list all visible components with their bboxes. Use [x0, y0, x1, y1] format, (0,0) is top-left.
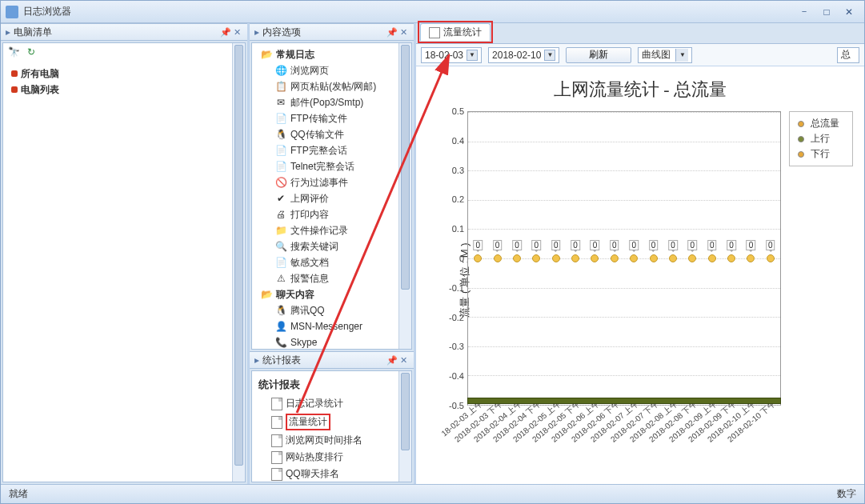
tree-item-all-computers[interactable]: 所有电脑 [8, 66, 240, 82]
titlebar: 日志浏览器 － □ ✕ [1, 1, 864, 23]
legend-swatch-icon [795, 150, 807, 159]
tree-item[interactable]: 📄FTP完整会话 [257, 142, 406, 158]
y-tick: -0.2 [445, 313, 464, 322]
panel-close-icon[interactable]: ✕ [398, 26, 409, 38]
scrollbar[interactable] [232, 43, 245, 482]
stats-item[interactable]: QQ聊天排名 [257, 466, 406, 482]
tree-item[interactable]: 📞Skype [257, 334, 406, 350]
maximize-button[interactable]: □ [816, 6, 837, 18]
tree-item[interactable]: 📄敏感文档 [257, 254, 406, 270]
data-label: 0 [591, 240, 600, 250]
refresh-icon[interactable]: ↻ [27, 46, 40, 59]
chart-type-select[interactable]: 曲线图 ▼ [638, 47, 692, 63]
stats-panel-header: ▸ 统计报表 📌 ✕ [250, 351, 414, 369]
gridline [468, 229, 780, 230]
tree-item[interactable]: ✉邮件(Pop3/Smtp) [257, 94, 406, 110]
data-label: 0 [707, 240, 717, 250]
pin-icon[interactable]: 📌 [386, 354, 398, 366]
data-label: 0 [532, 240, 542, 250]
item-icon: 🐧 [274, 304, 287, 317]
stats-item[interactable]: 浏览网页时间排名 [257, 432, 406, 449]
tree-item[interactable]: 🐧QQ传输文件 [257, 126, 406, 142]
left-pane: ▸ 电脑清单 📌 ✕ 🔭 ↻ 所有电脑 电 [1, 23, 247, 484]
computers-panel-header: ▸ 电脑清单 📌 ✕ [1, 23, 247, 41]
point-dot-icon [727, 254, 735, 262]
tree-item[interactable]: 🐧腾讯QQ [257, 302, 406, 318]
chart-box: 流量 ( 单位 : M ) 018-02-03 上午02018-02-03 下午… [422, 108, 858, 452]
stats-item[interactable]: 流量统计 [257, 412, 406, 432]
page-icon [271, 451, 282, 464]
tab-label: 流量统计 [443, 26, 482, 39]
date-from-input[interactable]: 18-02-03 ▼ [421, 47, 482, 63]
stats-item[interactable]: 网站热度排行 [257, 449, 406, 466]
y-tick: 0.4 [445, 136, 464, 146]
tree-group[interactable]: 📂聊天内容 [257, 286, 406, 302]
dropdown-icon[interactable]: ▼ [675, 49, 688, 62]
minimize-button[interactable]: － [794, 6, 815, 18]
point-dot-icon [708, 254, 716, 262]
filter-select[interactable]: 总 [837, 47, 859, 63]
app-icon [6, 6, 18, 18]
tree-item[interactable]: 🚫行为过滤事件 [257, 174, 406, 190]
y-tick: -0.4 [445, 371, 464, 381]
close-button[interactable]: ✕ [839, 6, 859, 18]
y-tick: 0.5 [445, 106, 464, 116]
center-pane: ▸ 内容选项 📌 ✕ 📂常规日志🌐浏览网页📋网页粘贴(发帖/网邮)✉邮件(Pop… [247, 23, 414, 484]
scrollbar[interactable] [398, 43, 411, 349]
pin-icon[interactable]: 📌 [386, 26, 398, 38]
data-label: 0 [610, 240, 619, 250]
tree-item[interactable]: ⚠报警信息 [257, 270, 406, 286]
legend-item: 总流量 [795, 117, 847, 130]
tree-item[interactable]: 📄FTP传输文件 [257, 110, 406, 126]
tab-traffic-stats[interactable]: 流量统计 [420, 23, 491, 41]
tree-item[interactable]: 🌐浏览网页 [257, 62, 406, 78]
point-dot-icon [591, 254, 599, 262]
computers-panel-body: 🔭 ↻ 所有电脑 电脑列表 [2, 42, 246, 482]
expand-icon[interactable]: ▸ [254, 26, 259, 38]
item-icon: 📄 [274, 256, 287, 269]
gridline [468, 346, 780, 347]
legend-swatch-icon [795, 119, 807, 129]
tree-item[interactable]: 🖨打印内容 [257, 206, 406, 222]
item-icon: 🖨 [274, 208, 287, 221]
stats-item[interactable]: 日志记录统计 [257, 395, 406, 412]
tab-icon [429, 27, 440, 38]
gridline [468, 317, 780, 318]
dropdown-icon[interactable]: ▼ [544, 50, 555, 61]
item-icon: 🚫 [274, 176, 287, 189]
tree-group[interactable]: 📂常规日志 [257, 46, 406, 62]
date-to-input[interactable]: 2018-02-10 ▼ [488, 47, 559, 63]
statusbar: 就绪 数字 [1, 484, 864, 503]
scrollbar[interactable] [398, 371, 411, 482]
expand-icon[interactable]: ▸ [254, 354, 259, 366]
binoculars-icon[interactable]: 🔭 [8, 46, 21, 59]
tree-item[interactable]: 📄Telnet完整会话 [257, 158, 406, 174]
tree-item[interactable]: 📁文件操作记录 [257, 222, 406, 238]
data-label: 0 [512, 240, 522, 250]
y-tick: -0.1 [445, 283, 464, 293]
tree-item-computer-list[interactable]: 电脑列表 [8, 82, 240, 98]
dropdown-icon[interactable]: ▼ [467, 50, 478, 61]
folder-icon: 📂 [260, 288, 273, 301]
refresh-button[interactable]: 刷新 [566, 47, 631, 63]
y-tick: -0.3 [445, 342, 464, 351]
tree-item[interactable]: 🔍搜索关键词 [257, 238, 406, 254]
item-icon: 👤 [274, 320, 287, 333]
tree-item[interactable]: 👤MSN-Messenger [257, 318, 406, 334]
point-dot-icon [474, 254, 482, 262]
stats-panel-title: 统计报表 [262, 354, 301, 367]
chart-title: 上网流量统计 - 总流量 [422, 78, 858, 102]
tree-item[interactable]: 📋网页粘贴(发帖/网邮) [257, 78, 406, 94]
item-icon: 🐧 [274, 128, 287, 141]
panel-close-icon[interactable]: ✕ [231, 26, 242, 38]
item-icon: ⚠ [274, 272, 287, 285]
expand-icon[interactable]: ▸ [6, 26, 10, 38]
bullet-icon [11, 70, 18, 77]
pin-icon[interactable]: 📌 [220, 26, 231, 38]
tree-item[interactable]: ✔上网评价 [257, 190, 406, 206]
data-label: 0 [571, 240, 580, 250]
y-tick: 0.1 [445, 224, 464, 234]
panel-close-icon[interactable]: ✕ [398, 354, 409, 366]
gridline [468, 170, 780, 171]
app-window: 日志浏览器 － □ ✕ ▸ 电脑清单 📌 ✕ 🔭 ↻ [0, 0, 865, 504]
